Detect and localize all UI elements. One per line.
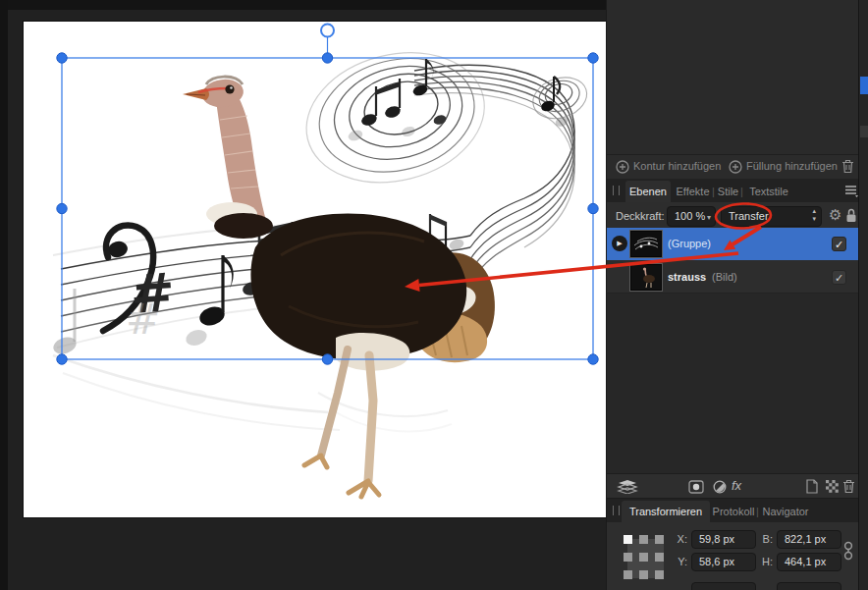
transparency-icon[interactable] [826,480,839,493]
tab-protokoll[interactable]: Protokoll [712,501,755,522]
fx-icon[interactable]: fx [732,478,741,493]
selection-handle-top-center[interactable] [322,53,332,63]
edge-strip-notch [860,126,868,137]
width-input[interactable]: 822,1 px [777,530,841,549]
y-label: Y: [674,556,687,567]
add-stroke-icon[interactable] [616,160,629,174]
opacity-label: Deckkraft: [616,210,665,222]
layer-expand-arrow[interactable]: ▶ [612,236,627,251]
b-label: B: [759,533,773,545]
selection-overlay [24,22,606,517]
add-fill-button[interactable]: Füllung hinzufügen [746,160,838,172]
tab-ebenen[interactable]: Ebenen [625,181,671,202]
panel-grip[interactable] [613,506,620,515]
layer-type: (Bild) [712,271,737,283]
trash-icon[interactable] [841,159,854,174]
add-fill-icon[interactable] [729,160,742,174]
layers-list-empty-area[interactable] [607,294,859,473]
mask-icon[interactable] [688,480,704,494]
tab-separator: | [712,181,715,202]
new-layer-icon[interactable] [806,479,818,494]
rotation-handle[interactable] [321,25,334,37]
canvas-area[interactable]: # # [0,0,606,590]
lock-icon[interactable] [845,208,857,223]
tab-separator: | [740,181,743,202]
selection-handle-mid-right[interactable] [588,203,598,213]
selection-bounds [62,58,593,359]
add-stroke-button[interactable]: Kontur hinzufügen [633,160,721,172]
layer-visibility-checkbox[interactable]: ✓ [832,237,846,251]
panel-menu-icon[interactable] [844,185,858,197]
tab-stile[interactable]: Stile [717,181,739,202]
layer-thumbnail[interactable] [630,264,662,291]
layers-stack-icon[interactable] [617,479,638,494]
document-artboard[interactable]: # # [24,22,606,517]
transform-field-stub[interactable] [777,582,841,590]
layer-name: strauss [668,271,706,283]
link-dimensions-icon[interactable] [842,539,854,564]
tab-separator: | [756,501,759,522]
opacity-blend-row: Deckkraft: 100 % ▾ Transfer ▴▾ ⚙ [607,202,859,229]
tab-effekte[interactable]: Effekte [675,181,711,202]
transform-panel-tabbar: Transformieren Protokoll | Navigator [607,499,859,522]
layer-row-gruppe[interactable]: ▶ (Gruppe) ✓ [607,228,859,260]
h-label: H: [759,556,773,567]
x-label: X: [674,533,687,545]
selection-handle-top-right[interactable] [588,53,598,63]
anchor-point-selector[interactable] [624,535,665,580]
transform-panel: X: 59,8 px B: 822,1 px Y: 58,6 px H: 464… [607,522,859,590]
layers-toolbar: fx [607,473,859,499]
delete-layer-icon[interactable] [842,479,855,494]
caret-down-icon: ▾ [707,208,711,227]
selection-handle-bottom-center[interactable] [322,354,332,364]
layer-name: (Gruppe) [668,238,711,249]
gear-icon[interactable]: ⚙ [829,206,841,224]
panel-empty-area-top [607,0,859,155]
tab-transformieren[interactable]: Transformieren [622,501,710,522]
studio-panel: Kontur hinzufügen Füllung hinzufügen Ebe… [606,0,858,590]
layer-visibility-checkbox[interactable]: ✓ [832,270,846,285]
blend-mode-dropdown[interactable]: Transfer ▴▾ [721,206,822,227]
opacity-value: 100 % [668,210,705,222]
effects-bar: Kontur hinzufügen Füllung hinzufügen [607,155,859,179]
blend-mode-value: Transfer [722,210,769,222]
selection-handle-bottom-right[interactable] [588,354,598,364]
layers-panel-tabbar: Ebenen Effekte | Stile | Textstile [607,179,859,202]
edge-strip-blue-marker [860,77,868,94]
y-input[interactable]: 58,6 px [691,553,756,571]
right-edge-strip [858,0,868,590]
layer-row-strauss[interactable]: strauss (Bild) ✓ [607,260,859,294]
layer-thumbnail[interactable] [630,231,662,257]
selection-handle-top-left[interactable] [57,53,67,63]
x-input[interactable]: 59,8 px [691,530,756,549]
stepper-icon[interactable]: ▴▾ [812,206,816,224]
opacity-dropdown[interactable]: 100 % ▾ [667,206,716,227]
selection-handle-bottom-left[interactable] [57,354,67,364]
window-edge-left [0,0,8,590]
window-edge-top [0,0,606,10]
adjustment-icon[interactable] [713,480,727,494]
anchor-dot-active[interactable] [624,535,632,544]
height-input[interactable]: 464,1 px [777,553,841,571]
selection-handle-mid-left[interactable] [57,203,67,213]
affinity-photo-window: # # [0,0,868,590]
tab-navigator[interactable]: Navigator [761,501,810,522]
tab-textstile[interactable]: Textstile [745,181,792,202]
panel-grip[interactable] [613,186,620,195]
transform-field-stub[interactable] [691,582,756,590]
